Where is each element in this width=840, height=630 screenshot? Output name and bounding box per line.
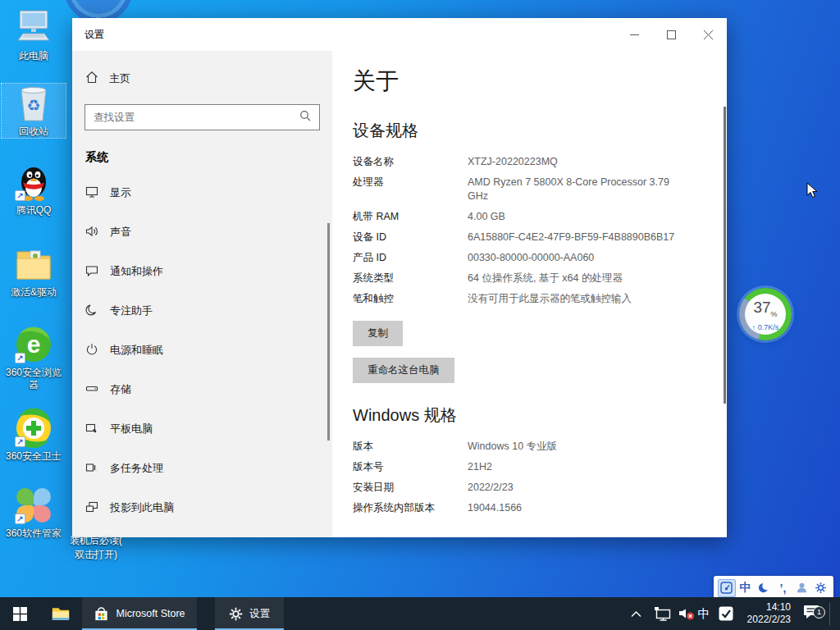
gear-icon (229, 607, 243, 621)
project-icon (85, 500, 98, 516)
action-center-button[interactable]: 1 (797, 597, 825, 630)
shortcut-arrow-icon: ↗ (15, 353, 25, 363)
desktop-icon-drivers-folder[interactable]: 激活&驱动 (2, 244, 66, 299)
maximize-button[interactable] (653, 18, 690, 51)
desktop-icon-label: 360安全浏览器 (2, 367, 66, 391)
spec-row: 笔和触控没有可用于此显示器的笔或触控输入 (353, 292, 727, 306)
spec-row: 版本号21H2 (353, 460, 727, 474)
spec-row: 处理器AMD Ryzen 7 5800X 8-Core Processor 3.… (353, 176, 727, 203)
desktop-icon-360-manager[interactable]: ↗ 360软件管家 (2, 486, 66, 540)
windows-spec-title: Windows 规格 (353, 404, 727, 427)
spec-row: 操作系统内部版本19044.1566 (353, 501, 727, 515)
desktop-icon-label: 360安全卫士 (2, 450, 66, 463)
mouse-cursor (806, 182, 819, 203)
desktop-icon-label: 此电脑 (2, 50, 66, 62)
taskbar-settings[interactable]: 设置 (215, 597, 284, 630)
spec-row: 产品 ID00330-80000-00000-AA060 (353, 251, 727, 265)
storage-icon (85, 382, 98, 398)
folder-icon (14, 244, 53, 284)
ime-toolbar: 中 ’, (714, 576, 833, 600)
tray-360-icon[interactable] (715, 597, 737, 630)
sidebar-item-power-sleep[interactable]: 电源和睡眠 (72, 331, 332, 370)
desktop-icon-this-pc[interactable]: 此电脑 (2, 8, 66, 62)
sidebar-item-sound[interactable]: 声音 (72, 212, 332, 252)
desktop-icon-360-safe[interactable]: ↗ 360安全卫士 (2, 409, 66, 463)
windows-logo-icon (13, 607, 27, 621)
tray-show-hidden-icons[interactable] (625, 597, 646, 630)
shortcut-arrow-icon: ↗ (15, 514, 25, 524)
settings-search (84, 104, 320, 130)
tray-ime-indicator[interactable]: 中 (694, 597, 714, 630)
sidebar-section-system: 系统 (85, 150, 332, 165)
sidebar-scrollbar[interactable] (327, 223, 330, 441)
show-desktop-separator[interactable] (829, 602, 830, 625)
speaker-muted-icon (678, 606, 696, 621)
this-pc-icon (14, 8, 53, 48)
search-icon[interactable] (299, 110, 319, 125)
upload-speed: ↑ 0.7K/s (745, 323, 786, 332)
power-icon (85, 343, 98, 358)
desktop-icon-readme-label[interactable]: 装机后必读( 双击打开) (69, 534, 123, 562)
spec-row: 机带 RAM4.00 GB (353, 210, 727, 224)
ime-user-icon[interactable] (793, 579, 811, 597)
rename-pc-button[interactable]: 重命名这台电脑 (353, 358, 454, 383)
shortcut-arrow-icon: ↗ (15, 436, 25, 447)
svg-text:♻: ♻ (26, 97, 40, 114)
spec-row: 设备名称XTZJ-20220223MQ (353, 155, 727, 169)
ime-punctuation-icon[interactable]: ’, (774, 579, 792, 597)
content-scrollbar[interactable] (724, 107, 726, 404)
network-icon (654, 606, 671, 621)
close-button[interactable] (690, 18, 727, 51)
qq-icon: ↗ (14, 162, 53, 202)
tray-network[interactable] (650, 597, 674, 630)
desktop-icon-qq[interactable]: ↗ 腾讯QQ (2, 162, 66, 217)
desktop-icon-label: 360软件管家 (2, 527, 66, 540)
sidebar-item-focus-assist[interactable]: 专注助手 (72, 291, 332, 331)
device-spec-title: 设备规格 (353, 120, 727, 142)
recycle-bin-icon: ♻ (14, 84, 53, 123)
taskbar: Microsoft Store 设置 中 14:10 2022/2/23 1 (0, 597, 840, 630)
desktop-icon-label: 腾讯QQ (2, 204, 66, 217)
memory-percent: 37% (745, 299, 786, 323)
svg-text:e: e (27, 331, 41, 358)
multitask-icon (85, 461, 98, 477)
spec-row: 系统类型64 位操作系统, 基于 x64 的处理器 (353, 272, 727, 285)
sidebar-item-display[interactable]: 显示 (72, 173, 332, 212)
window-title: 设置 (72, 28, 616, 42)
spec-row: 安装日期2022/2/23 (353, 481, 727, 495)
ime-status-icon[interactable] (718, 579, 736, 597)
microsoft-store-icon (94, 606, 109, 622)
tablet-icon (85, 422, 98, 437)
ime-settings-gear-icon[interactable] (812, 579, 830, 597)
360-manager-icon: ↗ (14, 486, 53, 525)
copy-button[interactable]: 复制 (353, 321, 403, 346)
360-browser-icon: e ↗ (14, 325, 53, 364)
ime-fullwidth-moon-icon[interactable] (756, 579, 774, 597)
desktop-icon-recycle-bin[interactable]: ♻ 回收站 (2, 84, 66, 138)
sidebar-item-storage[interactable]: 存储 (72, 370, 332, 409)
taskbar-microsoft-store[interactable]: Microsoft Store (82, 597, 197, 630)
minimize-button[interactable] (616, 18, 653, 51)
file-explorer-button[interactable] (43, 597, 79, 630)
sidebar-item-projecting[interactable]: 投影到此电脑 (72, 488, 332, 527)
notification-count-badge: 1 (813, 606, 825, 619)
tray-clock[interactable]: 14:10 2022/2/23 (738, 597, 791, 630)
file-explorer-icon (52, 606, 70, 621)
net-speed-ball[interactable]: 37% ↑ 0.7K/s (739, 288, 792, 340)
notification-bubble-icon: 1 (803, 605, 819, 623)
ime-chinese-mode-icon[interactable]: 中 (737, 579, 755, 597)
desktop-icon-label: 回收站 (2, 126, 66, 138)
desktop-icon-360-browser[interactable]: e ↗ 360安全浏览器 (2, 325, 66, 391)
sidebar-item-tablet[interactable]: 平板电脑 (72, 409, 332, 449)
search-input[interactable] (85, 112, 299, 123)
titlebar[interactable]: 设置 (72, 18, 727, 51)
settings-window: 设置 主页 (72, 18, 727, 537)
check-shield-icon (719, 606, 733, 621)
chevron-up-icon (631, 610, 641, 618)
360-safe-icon: ↗ (14, 409, 53, 448)
sidebar-item-notifications[interactable]: 通知和操作 (72, 252, 332, 291)
sidebar-item-multitasking[interactable]: 多任务处理 (72, 449, 332, 488)
speaker-icon (85, 225, 98, 240)
sidebar-item-home[interactable]: 主页 (72, 62, 332, 94)
start-button[interactable] (0, 597, 39, 630)
